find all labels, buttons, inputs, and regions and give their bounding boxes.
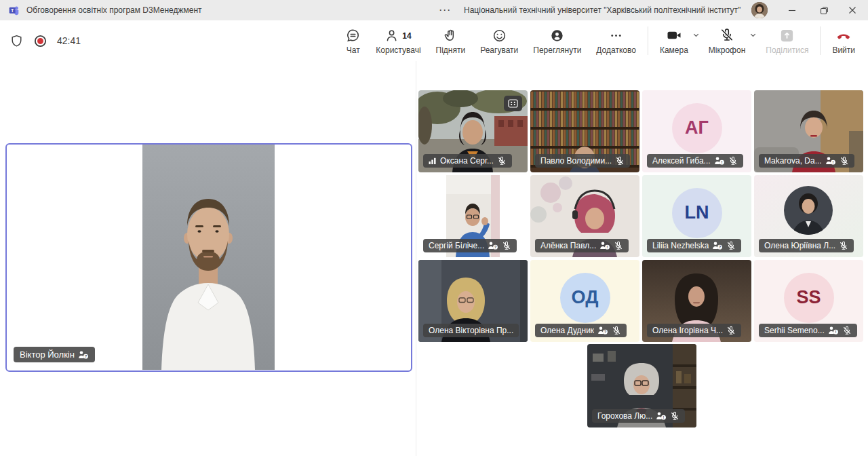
participant-nameplate: Павло Володими... [535,154,630,168]
participants-label: Користувачі [376,45,420,55]
external-user-icon: ? [597,326,608,335]
close-button[interactable] [837,0,868,20]
tile-makarova[interactable]: Makarova, Da... ! [754,90,863,172]
tile-alenka[interactable]: Алёнка Павл... ! [530,175,639,257]
more-ellipsis-icon [608,27,624,43]
main-speaker-tile[interactable]: Віктор Йолкін ? [5,143,412,372]
tile-horokhova[interactable]: Горохова Лю... ! [587,344,696,428]
participant-nameplate: Віктор Йолкін ? [14,347,95,362]
mic-muted-icon [839,241,848,250]
grid-badge-icon[interactable] [504,96,522,111]
participant-name: Сергій Біліче... [429,241,484,250]
tile-olena-vik[interactable]: Олена Вікторівна Пр... [418,260,528,342]
main-speaker-video [142,145,275,370]
external-user-icon: ! [828,326,839,335]
tile-serhii-b[interactable]: Сергій Біліче... ? [418,175,528,257]
tile-aleksey[interactable]: АГ Алексей Гиба... ! [642,90,751,172]
mic-muted-icon [726,326,736,335]
participant-name: Оксана Серг... [440,156,494,166]
mic-muted-icon [842,326,852,335]
svg-text:!: ! [835,330,836,334]
camera-button[interactable]: Камера [652,22,690,60]
leave-button[interactable]: Вийти [825,22,863,60]
org-name: Національний технічний університет "Харк… [464,0,741,20]
user-avatar[interactable] [751,2,768,18]
mic-button[interactable]: Мікрофон [701,22,747,60]
react-button[interactable]: Реагувати [473,22,526,60]
participant-nameplate: Алексей Гиба... ! [647,154,743,168]
participant-nameplate: Олена Вікторівна Пр... [423,324,519,337]
raise-hand-label: Підняти [436,45,466,55]
external-user-icon: ? [712,241,723,250]
tile-liliia[interactable]: LN Liliia Nezhelska ? [642,175,751,257]
mic-muted-icon [728,156,738,166]
share-button: Поділитися [758,22,816,60]
raise-hand-button[interactable]: Підняти [429,22,473,60]
meeting-stage: Віктор Йолкін ? [0,61,868,456]
tile-serhii-s[interactable]: SS Serhii Semeno... ! [754,260,863,342]
camera-icon [666,27,682,43]
svg-text:?: ? [85,354,87,358]
chat-label: Чат [347,45,360,55]
tile-olena-dudnyk[interactable]: ОД Олена Дудник ? [530,260,639,342]
participant-nameplate: Сергій Біліче... ? [423,239,517,252]
external-user-icon: ! [599,241,610,250]
mic-muted-icon [726,241,736,250]
participant-name: Павло Володими... [540,156,612,166]
mic-muted-icon [615,156,625,166]
restore-icon [820,6,829,15]
chat-button[interactable]: Чат [338,22,368,60]
mic-muted-icon [612,326,621,335]
mic-muted-icon [497,156,507,166]
security-shield-icon[interactable] [9,34,24,48]
participant-name: Олена Вікторівна Пр... [429,326,513,335]
meeting-toolbar: 42:41 Чат 14 Користувачі Підняти [0,20,868,62]
mic-label: Мікрофон [709,45,745,55]
mic-dropdown-chevron[interactable] [749,29,757,41]
participant-nameplate: Алёнка Павл... ! [535,239,629,252]
participant-nameplate: Олена Дудник ? [535,324,627,337]
initials-avatar: АГ [672,103,722,153]
tile-olena-yu[interactable]: Олена Юріївна Л... [754,175,863,257]
mic-muted-icon [840,156,849,166]
tile-pavlo[interactable]: Павло Володими... [530,90,639,172]
participants-count: 14 [402,31,411,41]
more-label: Додатково [596,45,636,55]
participant-nameplate: Makarova, Da... ! [759,154,854,168]
view-label: Переглянути [533,45,581,55]
meeting-title: Обговорення освітніх програм D3Менеджмен… [26,5,202,15]
svg-text:!: ! [663,415,665,419]
close-icon [848,6,856,14]
tile-olena-ihor[interactable]: Олена Ігорівна Ч... [642,260,751,342]
participant-name: Алексей Гиба... [652,156,711,166]
participant-name: Liliia Nezhelska [652,241,709,250]
external-user-icon: ! [825,156,836,166]
stage-divider [416,61,416,456]
participant-name: Віктор Йолкін [20,349,75,360]
initials-avatar: LN [672,188,722,238]
participant-name: Олена Ігорівна Ч... [652,326,723,335]
tile-oksana[interactable]: Оксана Серг... [418,90,528,172]
svg-text:!: ! [721,160,722,164]
meeting-timer: 42:41 [57,35,81,46]
initials-avatar: ОД [560,273,610,323]
participant-name: Makarova, Da... [764,156,822,166]
minimize-icon [788,6,796,14]
svg-text:!: ! [832,160,833,164]
camera-label: Камера [660,45,688,55]
svg-text:?: ? [604,330,607,334]
svg-text:?: ? [494,245,497,249]
camera-dropdown-chevron[interactable] [692,29,700,41]
more-button[interactable]: Додатково [589,22,644,60]
view-button[interactable]: Переглянути [526,22,589,60]
mic-muted-icon [719,27,735,43]
teams-logo-icon: T [8,5,20,16]
toolbar-divider [648,26,648,55]
minimize-button[interactable] [776,0,808,20]
svg-text:?: ? [719,245,722,249]
restore-button[interactable] [808,0,840,20]
participant-nameplate: Олена Ігорівна Ч... [647,324,741,337]
titlebar-more-button[interactable]: ··· [439,0,452,20]
participant-nameplate: Liliia Nezhelska ? [647,239,741,252]
participants-button[interactable]: 14 Користувачі [368,22,428,60]
